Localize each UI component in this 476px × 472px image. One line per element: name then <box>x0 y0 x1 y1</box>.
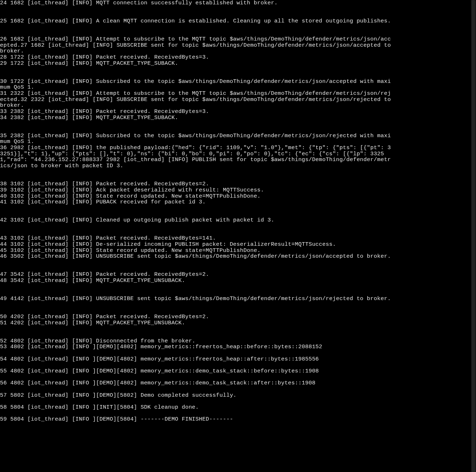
log-line: 49 4142 [iot_thread] [INFO] UNSUBSCRIBE … <box>0 296 392 302</box>
blank-line <box>0 72 392 79</box>
log-line: 41 3102 [iot_thread] [INFO] PUBACK recei… <box>0 199 392 205</box>
log-line: 51 4202 [iot_thread] [INFO] MQTT_PACKET_… <box>0 320 392 326</box>
log-line: 31 2322 [iot_thread] [INFO] Attempt to s… <box>0 90 392 109</box>
log-line: 28 1722 [iot_thread] [INFO] Packet recei… <box>0 54 392 60</box>
log-line: 54 4802 [iot_thread] [INFO ][DEMO][4802]… <box>0 356 392 362</box>
blank-line <box>0 169 392 175</box>
blank-line <box>0 66 392 72</box>
log-line: 46 3502 [iot_thread] [INFO] UNSUBSCRIBE … <box>0 253 392 260</box>
log-line: 52 4802 [iot_thread] [INFO] Disconnected… <box>0 338 392 344</box>
blank-line <box>0 260 392 266</box>
blank-line <box>0 30 392 36</box>
log-line: 57 5802 [iot_thread] [INFO ][DEMO][5802]… <box>0 392 392 399</box>
blank-line <box>0 374 392 380</box>
blank-line <box>0 410 392 417</box>
blank-line <box>0 302 392 308</box>
blank-line <box>0 127 392 133</box>
log-line: 43 3102 [iot_thread] [INFO] Packet recei… <box>0 235 392 241</box>
log-line: 34 2382 [iot_thread] [INFO] MQTT_PACKET_… <box>0 115 392 121</box>
log-output[interactable]: 24 1682 [iot_thread] [INFO] MQTT connect… <box>0 0 392 422</box>
blank-line <box>0 121 392 127</box>
blank-line <box>0 266 392 272</box>
log-line: 42 3102 [iot_thread] [INFO] Cleaned up o… <box>0 217 392 223</box>
log-line: 40 3102 [iot_thread] [INFO] State record… <box>0 193 392 199</box>
log-line: 35 2382 [iot_thread] [INFO] Subscribed t… <box>0 133 392 145</box>
blank-line <box>0 6 392 12</box>
blank-line <box>0 362 392 368</box>
blank-line <box>0 284 392 290</box>
log-line: 26 1682 [iot_thread] [INFO] Attempt to s… <box>0 36 392 54</box>
log-line: 36 2982 [iot_thread] [INFO] the publishe… <box>0 145 392 169</box>
blank-line <box>0 332 392 338</box>
blank-line <box>0 326 392 332</box>
blank-line <box>0 229 392 236</box>
blank-line <box>0 223 392 229</box>
log-line: 53 4802 [iot_thread] [INFO ][DEMO][4802]… <box>0 344 392 350</box>
log-line: 58 5804 [iot_thread] [INFO ][INIT][5804]… <box>0 404 392 410</box>
blank-line <box>0 350 392 356</box>
log-line: 30 1722 [iot_thread] [INFO] Subscribed t… <box>0 79 392 90</box>
blank-line <box>0 205 392 211</box>
log-line: 25 1682 [iot_thread] [INFO] A clean MQTT… <box>0 18 392 24</box>
log-line: 24 1682 [iot_thread] [INFO] MQTT connect… <box>0 0 392 6</box>
blank-line <box>0 211 392 218</box>
log-line: 48 3542 [iot_thread] [INFO] MQTT_PACKET_… <box>0 278 392 284</box>
blank-line <box>0 12 392 18</box>
log-line: 33 2382 [iot_thread] [INFO] Packet recei… <box>0 109 392 115</box>
blank-line <box>0 24 392 30</box>
log-line: 47 3542 [iot_thread] [INFO] Packet recei… <box>0 271 392 278</box>
log-line: 45 3102 [iot_thread] [INFO] State record… <box>0 248 392 254</box>
blank-line <box>0 175 392 181</box>
log-line: 38 3102 [iot_thread] [INFO] Packet recei… <box>0 181 392 187</box>
blank-line <box>0 398 392 404</box>
blank-line <box>0 308 392 314</box>
log-line: 29 1722 [iot_thread] [INFO] MQTT_PACKET_… <box>0 60 392 67</box>
terminal-window: 24 1682 [iot_thread] [INFO] MQTT connect… <box>0 0 476 472</box>
log-line: 50 4202 [iot_thread] [INFO] Packet recei… <box>0 314 392 320</box>
blank-line <box>0 386 392 392</box>
log-line: 59 5804 [iot_thread] [INFO ][DEMO][5804]… <box>0 416 392 422</box>
log-line: 56 4802 [iot_thread] [INFO ][DEMO][4802]… <box>0 380 392 386</box>
scrollbar-thumb[interactable] <box>472 0 475 472</box>
scrollbar-track[interactable] <box>471 0 476 472</box>
log-line: 44 3102 [iot_thread] [INFO] De-serialize… <box>0 241 392 248</box>
log-line: 55 4802 [iot_thread] [INFO ][DEMO][4802]… <box>0 368 392 374</box>
log-line: 39 3102 [iot_thread] [INFO] Ack packet d… <box>0 187 392 193</box>
blank-line <box>0 290 392 296</box>
